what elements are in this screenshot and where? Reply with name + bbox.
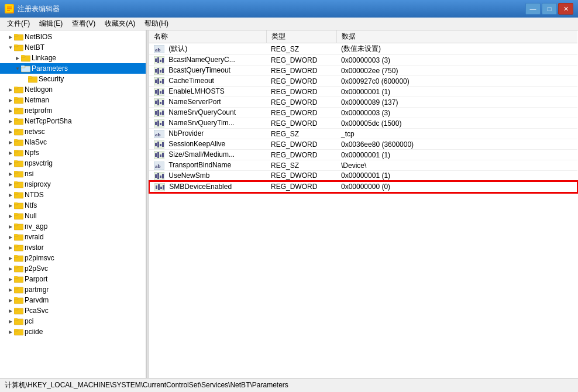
table-row[interactable]: NameSrvQueryTim... REG_DWORD 0x000005dc … [149,118,577,129]
menu-item-f[interactable]: 文件(F) [2,18,35,30]
tree-item-null[interactable]: ▶ Null [0,211,146,221]
menu-item-e[interactable]: 编辑(E) [35,18,67,30]
tree-label-nv_agp: nv_agp [25,222,47,231]
table-row[interactable]: SessionKeepAlive REG_DWORD 0x0036ee80 (3… [149,139,577,150]
folder-icon-netbios [14,33,23,41]
tree-scroll[interactable]: ▶ NetBIOS ▼ NetBT ▶ Linkage ▼ Parameters [0,32,146,377]
table-row[interactable]: NameServerPort REG_DWORD 0x00000089 (137… [149,97,577,108]
status-bar: 计算机\HKEY_LOCAL_MACHINE\SYSTEM\CurrentCon… [0,378,578,392]
tree-item-p2pimsvc[interactable]: ▶ p2pimsvc [0,253,146,263]
table-row[interactable]: BcastNameQueryC... REG_DWORD 0x00000003 … [149,55,577,66]
folder-icon-parvdm [14,296,23,304]
reg-type: REG_DWORD [271,140,317,149]
tree-item-parameters[interactable]: ▼ Parameters [0,63,146,74]
table-row[interactable]: ab NbProvider REG_SZ _tcp [149,129,577,139]
table-row[interactable]: UseNewSmb REG_DWORD 0x00000001 (1) [149,171,577,181]
tree-item-pciide[interactable]: ▶ pciide [0,326,146,337]
svg-rect-106 [160,81,161,83]
close-button[interactable]: ✕ [558,3,573,15]
tree-item-pci[interactable]: ▶ pci [0,316,146,326]
minimize-button[interactable]: — [525,3,541,15]
tree-item-nettcpportsha[interactable]: ▶ NetTcpPortSha [0,116,146,126]
menu-item-a[interactable]: 收藏夹(A) [100,18,140,30]
table-row[interactable]: CacheTimeout REG_DWORD 0x000927c0 (60000… [149,76,577,87]
tree-item-security[interactable]: Security [0,74,146,84]
col-name[interactable]: 名称 [149,30,266,43]
tree-label-netlogon: Netlogon [25,85,53,94]
tree-item-netbios[interactable]: ▶ NetBIOS [0,32,146,42]
folder-icon-pcasvc [14,307,23,315]
tree-item-parvdm[interactable]: ▶ Parvdm [0,295,146,305]
tree-item-pcasvc[interactable]: ▶ PcaSvc [0,305,146,316]
svg-rect-87 [14,318,18,320]
reg-data-cell: 0x0036ee80 (3600000) [336,139,577,150]
table-row[interactable]: SMBDeviceEnabled REG_DWORD 0x00000000 (0… [149,181,577,192]
reg-name: NameServerPort [168,98,221,106]
tree-item-netbt[interactable]: ▼ NetBT [0,42,146,53]
svg-rect-107 [162,79,164,84]
title-bar-left: 注册表编辑器 [5,4,60,14]
tree-label-parport: Parport [25,275,47,283]
menu-item-h[interactable]: 帮助(H) [140,18,173,30]
reg-name-cell: SessionKeepAlive [149,139,266,150]
folder-icon-netbt [14,43,23,51]
tree-label-nsi: nsi [25,170,33,178]
tree-item-nlasvc[interactable]: ▶ NlaSvc [0,137,146,147]
tree-item-nvstor[interactable]: ▶ nvstor [0,242,146,253]
folder-icon-nvstor [14,243,23,252]
tree-item-nsiproxy[interactable]: ▶ nsiproxy [0,179,146,190]
tree-item-netvsc[interactable]: ▶ netvsc [0,126,146,137]
svg-rect-95 [157,57,159,63]
menu-item-v[interactable]: 查看(V) [67,18,100,30]
values-panel[interactable]: 名称 类型 数据 ab (默认) REG_SZ (数值未设置) [149,30,578,378]
tree-label-netbt: NetBT [25,43,44,51]
tree-label-nlasvc: NlaSvc [25,138,47,146]
folder-icon-nettcpportsha [14,117,23,125]
table-row[interactable]: ab TransportBindName REG_SZ \Device\ [149,160,577,171]
tree-item-linkage[interactable]: ▶ Linkage [0,53,146,63]
tree-item-nv_agp[interactable]: ▶ nv_agp [0,221,146,232]
tree-arrow-nvstor: ▶ [7,244,14,251]
svg-rect-137 [157,152,159,158]
svg-text:ab: ab [155,47,161,53]
tree-item-ntds[interactable]: ▶ NTDS [0,190,146,200]
table-row[interactable]: BcastQueryTimeout REG_DWORD 0x000002ee (… [149,66,577,76]
svg-rect-48 [14,181,18,183]
tree-item-netprofm[interactable]: ▶ netprofm [0,105,146,116]
col-data[interactable]: 数据 [336,30,577,43]
reg-data: \Device\ [341,161,366,170]
table-row[interactable]: Size/Small/Medium... REG_DWORD 0x0000000… [149,150,577,160]
tree-item-netlogon[interactable]: ▶ Netlogon [0,84,146,95]
tree-arrow-netman: ▶ [7,97,14,104]
reg-type-cell: REG_DWORD [266,181,336,192]
svg-rect-115 [157,99,159,105]
tree-label-partmgr: partmgr [25,286,49,294]
reg-data-cell: 0x00000000 (0) [336,181,577,192]
tree-item-ntfs[interactable]: ▶ Ntfs [0,200,146,211]
col-type[interactable]: 类型 [266,30,336,43]
reg-data: 0x00000003 (3) [341,56,390,64]
reg-name: UseNewSmb [168,171,209,180]
tree-item-netman[interactable]: ▶ Netman [0,95,146,105]
tree-arrow-linkage: ▶ [14,54,21,61]
tree-item-parport[interactable]: ▶ Parport [0,274,146,284]
reg-name-cell: NameServerPort [149,97,266,108]
tree-panel[interactable]: ▶ NetBIOS ▼ NetBT ▶ Linkage ▼ Parameters [0,30,146,378]
tree-label-nettcpportsha: NetTcpPortSha [25,117,72,125]
reg-type-icon [154,77,164,85]
maximize-button[interactable]: □ [542,3,557,15]
tree-item-nsi[interactable]: ▶ nsi [0,169,146,179]
reg-type: REG_DWORD [271,109,317,117]
table-row[interactable]: ab (默认) REG_SZ (数值未设置) [149,43,577,55]
folder-icon-pci [14,317,23,325]
tree-item-npfs[interactable]: ▶ Npfs [0,147,146,158]
table-row[interactable]: EnableLMHOSTS REG_DWORD 0x00000001 (1) [149,87,577,97]
reg-data: 0x00000089 (137) [341,98,398,106]
tree-item-nvraid[interactable]: ▶ nvraid [0,232,146,242]
tree-item-npsvctrg[interactable]: ▶ npsvctrig [0,158,146,169]
svg-rect-75 [14,276,18,278]
tree-item-p2psvc[interactable]: ▶ p2pSvc [0,263,146,274]
tree-item-partmgr[interactable]: ▶ partmgr [0,284,146,295]
table-row[interactable]: NameSrvQueryCount REG_DWORD 0x00000003 (… [149,108,577,118]
folder-icon-netlogon [14,85,23,94]
